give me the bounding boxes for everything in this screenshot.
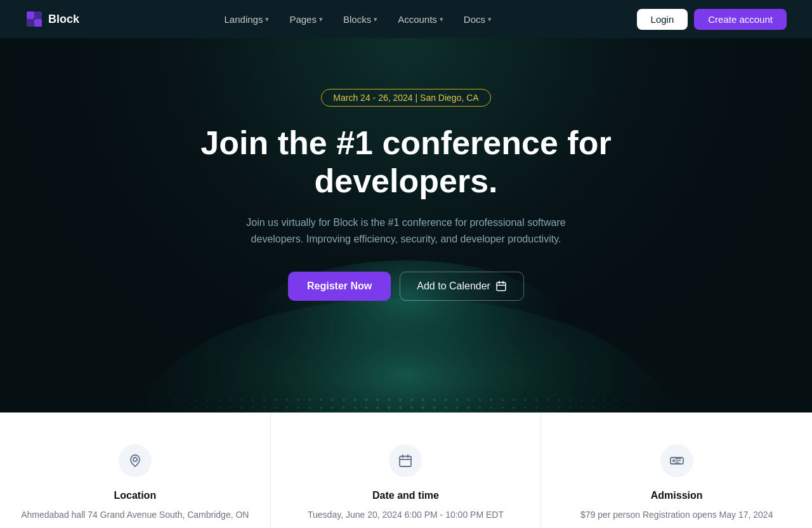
svg-point-48 — [615, 399, 617, 401]
svg-point-20 — [297, 399, 299, 401]
svg-point-6 — [139, 399, 140, 400]
svg-point-44 — [570, 399, 572, 400]
svg-point-82 — [455, 406, 458, 409]
svg-point-14 — [230, 399, 232, 401]
add-to-calendar-button[interactable]: Add to Calender — [400, 272, 524, 301]
admission-description: $79 per person Registration opens May 17… — [580, 508, 773, 522]
svg-point-31 — [421, 399, 424, 402]
svg-point-77 — [399, 406, 402, 409]
svg-rect-2 — [27, 19, 34, 27]
chevron-down-icon: ▾ — [319, 15, 323, 23]
svg-point-9 — [173, 399, 174, 400]
nav-item-blocks[interactable]: Blocks ▾ — [334, 9, 386, 30]
svg-point-57 — [173, 407, 174, 408]
svg-point-70 — [320, 406, 322, 409]
svg-point-50 — [638, 399, 639, 400]
svg-point-35 — [467, 399, 469, 401]
svg-point-46 — [592, 399, 594, 401]
nav-links: Landings ▾ Pages ▾ Blocks ▾ Accounts ▾ D… — [216, 9, 501, 30]
svg-point-51 — [649, 399, 650, 400]
svg-point-68 — [297, 407, 299, 409]
admission-card: Admission $79 per person Registration op… — [541, 412, 812, 528]
svg-point-97 — [626, 407, 628, 409]
svg-point-23 — [331, 399, 334, 401]
svg-point-40 — [524, 399, 527, 401]
location-title: Location — [114, 490, 156, 501]
svg-point-87 — [513, 407, 515, 409]
nav-item-accounts[interactable]: Accounts ▾ — [389, 9, 452, 30]
navbar: Block Landings ▾ Pages ▾ Blocks ▾ Accoun… — [0, 0, 812, 38]
svg-point-78 — [410, 406, 413, 409]
register-button[interactable]: Register Now — [288, 272, 391, 301]
svg-point-79 — [421, 406, 424, 409]
svg-point-21 — [308, 399, 311, 401]
info-section: Location Ahmedabad hall 74 Grand Avenue … — [0, 412, 812, 528]
svg-point-69 — [308, 406, 311, 409]
svg-point-96 — [615, 407, 617, 409]
svg-point-74 — [365, 406, 368, 409]
svg-point-34 — [455, 399, 458, 401]
admission-title: Admission — [651, 490, 703, 501]
svg-point-24 — [343, 399, 345, 401]
svg-point-8 — [162, 399, 163, 400]
svg-rect-3 — [34, 19, 42, 27]
svg-point-16 — [252, 399, 254, 400]
svg-point-60 — [207, 407, 209, 409]
svg-point-56 — [162, 407, 163, 408]
svg-point-61 — [218, 407, 220, 409]
svg-point-64 — [252, 407, 254, 409]
nav-item-landings[interactable]: Landings ▾ — [216, 9, 278, 30]
nav-item-pages[interactable]: Pages ▾ — [280, 9, 332, 30]
svg-point-42 — [547, 399, 549, 400]
svg-point-98 — [638, 407, 639, 408]
svg-point-85 — [490, 406, 492, 409]
calendar-info-icon — [398, 454, 412, 468]
svg-point-100 — [660, 407, 662, 408]
event-date-badge: March 24 - 26, 2024 | San Diego, CA — [321, 89, 490, 107]
svg-point-26 — [365, 399, 367, 401]
svg-point-58 — [184, 407, 186, 409]
svg-point-38 — [501, 399, 504, 401]
svg-point-10 — [184, 399, 186, 401]
svg-point-39 — [513, 399, 515, 401]
calendar-icon — [495, 280, 507, 292]
svg-point-47 — [603, 399, 605, 401]
admission-icon-wrap — [660, 444, 693, 477]
svg-point-52 — [660, 399, 662, 400]
svg-point-65 — [263, 407, 265, 409]
login-button[interactable]: Login — [637, 9, 688, 30]
svg-point-28 — [388, 399, 391, 402]
svg-point-88 — [524, 407, 527, 409]
svg-point-99 — [649, 407, 650, 408]
svg-point-19 — [285, 399, 288, 401]
svg-point-91 — [558, 407, 560, 409]
svg-point-27 — [376, 399, 379, 402]
svg-point-63 — [240, 407, 242, 409]
hero-cta-buttons: Register Now Add to Calender — [288, 272, 524, 301]
nav-item-docs[interactable]: Docs ▾ — [455, 9, 501, 30]
svg-point-54 — [139, 407, 140, 408]
svg-point-94 — [592, 407, 594, 409]
location-icon — [128, 454, 142, 468]
chevron-down-icon: ▾ — [374, 15, 377, 23]
svg-point-43 — [558, 399, 560, 400]
svg-point-36 — [478, 399, 481, 401]
svg-point-81 — [444, 406, 447, 409]
svg-point-67 — [285, 407, 288, 409]
brand-logo[interactable]: Block — [25, 10, 79, 28]
brand-icon — [25, 10, 43, 28]
svg-point-75 — [376, 406, 379, 409]
svg-point-71 — [331, 406, 334, 409]
chevron-down-icon: ▾ — [265, 15, 269, 23]
svg-point-18 — [275, 399, 277, 401]
svg-point-84 — [478, 406, 481, 409]
datetime-description: Tuesday, June 20, 2024 6:00 PM - 10:00 P… — [308, 508, 504, 522]
svg-point-86 — [501, 406, 504, 409]
svg-point-846 — [133, 458, 137, 461]
svg-point-11 — [195, 399, 197, 401]
svg-point-17 — [263, 399, 265, 400]
location-card: Location Ahmedabad hall 74 Grand Avenue … — [0, 412, 271, 528]
create-account-button[interactable]: Create account — [694, 9, 787, 30]
brand-name: Block — [48, 13, 79, 26]
svg-point-92 — [570, 407, 572, 409]
